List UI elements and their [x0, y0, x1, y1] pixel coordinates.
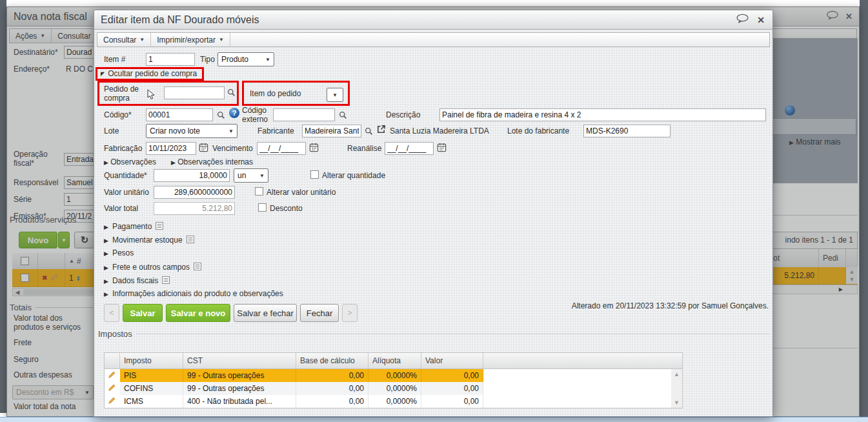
- menu-imprimir-exportar[interactable]: Imprimir/exportar▼: [151, 33, 230, 46]
- external-link-icon[interactable]: [376, 125, 386, 137]
- item-number-input[interactable]: [146, 53, 195, 66]
- menu-consultar[interactable]: Consultar▼: [97, 33, 151, 46]
- pedido-compra-group: Pedido de compra: [97, 81, 239, 106]
- scroll-up-icon[interactable]: ▲: [674, 369, 680, 382]
- reanalise-input[interactable]: [385, 142, 434, 155]
- edit-row-icon[interactable]: [108, 370, 116, 381]
- close-icon[interactable]: ✕: [757, 15, 765, 25]
- section-pagamento[interactable]: ▶Pagamento: [104, 222, 163, 232]
- calendar-icon[interactable]: [437, 143, 447, 155]
- salvar-e-novo-button[interactable]: Salvar e novo: [166, 304, 230, 322]
- desconto-checkbox[interactable]: [258, 203, 267, 212]
- descricao-input[interactable]: [439, 108, 766, 121]
- help-icon[interactable]: ?: [229, 108, 239, 118]
- section-informacoes-adicionais[interactable]: ▶Informações adicionais do produto e obs…: [104, 290, 283, 299]
- tipo-label: Tipo: [200, 55, 215, 65]
- modal-title: Editar item da NF Dourado móveis: [94, 14, 259, 26]
- modal-menubar: Consultar▼ Imprimir/exportar▼: [97, 32, 770, 47]
- unidade-select[interactable]: un▼: [234, 168, 268, 183]
- search-icon[interactable]: [227, 88, 236, 99]
- fabricacao-input[interactable]: [146, 142, 196, 155]
- section-movimentar-estoque[interactable]: ▶Movimentar estoque: [104, 236, 194, 246]
- section-dados-fiscais[interactable]: ▶Dados fiscais: [104, 276, 170, 286]
- quantidade-input[interactable]: [154, 169, 230, 182]
- valor-unitario-label: Valor unitário: [104, 188, 149, 197]
- triangle-right-icon: ▶: [171, 159, 176, 166]
- impostos-row-pis[interactable]: PIS 99 - Outras operações 0,00 0,0000% 0…: [105, 369, 682, 382]
- section-frete-outros[interactable]: ▶Frete e outros campos: [104, 263, 201, 273]
- chevron-down-icon: ▼: [228, 128, 234, 134]
- form-icon[interactable]: [156, 222, 163, 232]
- alterar-valor-unitario-checkbox[interactable]: [255, 187, 263, 196]
- prev-item-button: <: [104, 304, 119, 322]
- bottom-bar: [0, 417, 868, 422]
- item-pedido-label: Item do pedido: [250, 90, 301, 99]
- lote-select[interactable]: Criar novo lote▼: [146, 124, 237, 138]
- observacoes-internas-toggle[interactable]: ▶ Observações internas: [171, 158, 253, 167]
- calendar-icon[interactable]: [199, 143, 208, 155]
- fabricante-label: Fabricante: [257, 127, 294, 136]
- tipo-select[interactable]: Produto▼: [217, 52, 274, 66]
- triangle-right-icon: ▶: [104, 159, 108, 166]
- item-label: Item #: [104, 55, 125, 65]
- valor-unitario-input[interactable]: [154, 186, 235, 199]
- col-base[interactable]: Base de cálculo: [296, 353, 368, 368]
- col-valor[interactable]: Valor: [421, 353, 483, 368]
- col-imposto[interactable]: Imposto: [120, 353, 183, 368]
- vencimento-input[interactable]: [257, 142, 306, 155]
- vencimento-label: Vencimento: [212, 145, 253, 154]
- impostos-table: Imposto CST Base de cálculo Alíquota Val…: [104, 352, 683, 408]
- lote-label: Lote: [104, 127, 119, 136]
- section-pesos[interactable]: ▶Pesos: [104, 249, 134, 258]
- observacoes-toggle[interactable]: ▶ Observações: [104, 158, 156, 167]
- ocultar-pedido-toggle[interactable]: ◤ Ocultar pedido de compra: [96, 67, 204, 81]
- form-icon[interactable]: [187, 236, 194, 246]
- alterar-quantidade-label: Alterar quantidade: [322, 172, 385, 181]
- fechar-button[interactable]: Fechar: [300, 304, 339, 322]
- lote-fabricante-label: Lote do fabricante: [507, 127, 569, 136]
- chevron-down-icon: ▼: [259, 173, 265, 179]
- triangle-right-icon: ▶: [104, 291, 108, 297]
- triangle-right-icon: ▶: [104, 224, 108, 230]
- mouse-cursor: [147, 89, 156, 103]
- item-pedido-select[interactable]: ▼: [327, 88, 343, 102]
- fabricante-input[interactable]: [302, 125, 361, 137]
- codigo-input[interactable]: [146, 108, 213, 121]
- impostos-header: Imposto CST Base de cálculo Alíquota Val…: [105, 353, 682, 369]
- col-aliquota[interactable]: Alíquota: [368, 353, 421, 368]
- valor-total-input: [154, 202, 235, 215]
- triangle-right-icon: ▶: [104, 237, 108, 244]
- edit-row-icon[interactable]: [108, 383, 116, 394]
- codigo-externo-label: Código externo: [242, 106, 272, 125]
- screen: Nova nota fiscal ✕ Ações▼ Consultar▼ Des…: [0, 0, 868, 422]
- codigo-externo-input[interactable]: [273, 108, 335, 121]
- salvar-button[interactable]: Salvar: [123, 304, 163, 322]
- triangle-right-icon: ▶: [104, 250, 108, 257]
- valor-total-label: Valor total: [104, 205, 138, 214]
- form-icon[interactable]: [162, 276, 170, 286]
- scroll-down-icon[interactable]: ▼: [674, 399, 680, 408]
- comment-icon[interactable]: [736, 14, 749, 26]
- triangle-right-icon: ▶: [104, 265, 108, 271]
- alterar-quantidade-checkbox[interactable]: [310, 170, 319, 179]
- search-icon[interactable]: [365, 126, 373, 138]
- impostos-row-icms[interactable]: ICMS 400 - Não tributada pel... 0,00 0,0…: [105, 395, 682, 408]
- calendar-icon[interactable]: [309, 143, 319, 155]
- chevron-down-icon: ▼: [139, 37, 145, 43]
- pedido-compra-label: Pedido de compra: [104, 85, 139, 103]
- search-icon[interactable]: [217, 110, 225, 122]
- triangle-right-icon: ▶: [104, 278, 108, 285]
- modal-titlebar: Editar item da NF Dourado móveis ✕: [94, 10, 772, 30]
- col-cst[interactable]: CST: [183, 353, 296, 368]
- pedido-compra-input[interactable]: [164, 86, 225, 99]
- search-icon[interactable]: [339, 110, 347, 122]
- quantidade-label: Quantidade*: [104, 172, 147, 181]
- lote-fabricante-input[interactable]: [583, 125, 671, 137]
- form-icon[interactable]: [194, 263, 201, 273]
- impostos-row-cofins[interactable]: COFINS 99 - Outras operações 0,00 0,0000…: [105, 382, 682, 395]
- salvar-e-fechar-button[interactable]: Salvar e fechar: [234, 304, 297, 322]
- chevron-down-icon: ▼: [265, 57, 270, 63]
- edit-row-icon[interactable]: [108, 396, 116, 407]
- triangle-collapse-icon: ◤: [101, 71, 105, 77]
- chevron-down-icon: ▼: [332, 92, 338, 98]
